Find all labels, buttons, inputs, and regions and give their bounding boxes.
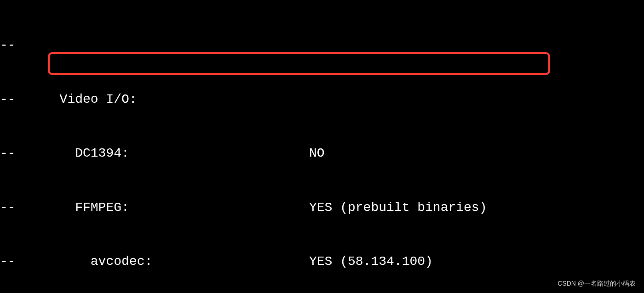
terminal-output: -- -- Video I/O: -- DC1394: NO -- FFMPEG…: [0, 0, 644, 293]
line-label: FFMPEG:: [44, 199, 309, 217]
line-label: Video I/O:: [44, 90, 309, 108]
line-value: NO: [309, 144, 644, 162]
output-line: --: [0, 36, 644, 54]
line-value: YES (prebuilt binaries): [309, 199, 644, 217]
line-label: avcodec:: [44, 252, 309, 270]
line-prefix: --: [0, 36, 44, 54]
output-line: -- avcodec: YES (58.134.100): [0, 252, 644, 270]
line-prefix: --: [0, 144, 44, 162]
output-line: -- Video I/O:: [0, 90, 644, 108]
line-prefix: --: [0, 252, 44, 270]
line-prefix: --: [0, 90, 44, 108]
watermark-text: CSDN @一名路过的小码农: [558, 279, 636, 288]
line-value: YES (58.134.100): [309, 252, 644, 270]
output-line: -- DC1394: NO: [0, 144, 644, 162]
output-line-ffmpeg: -- FFMPEG: YES (prebuilt binaries): [0, 199, 644, 217]
line-prefix: --: [0, 199, 44, 217]
line-label: DC1394:: [44, 144, 309, 162]
